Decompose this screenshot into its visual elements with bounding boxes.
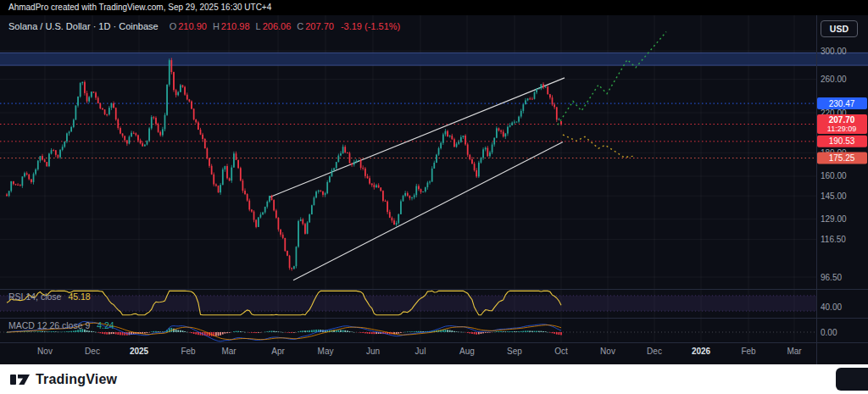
svg-text:Nov: Nov bbox=[600, 347, 615, 356]
svg-text:2025: 2025 bbox=[130, 347, 149, 356]
chart-area[interactable]: 300.00260.00220.00180.00160.00145.00129.… bbox=[0, 15, 868, 364]
svg-text:Mar: Mar bbox=[787, 347, 802, 356]
change-value: -3.19 (-1.51%) bbox=[341, 21, 400, 31]
svg-text:Sep: Sep bbox=[507, 347, 522, 356]
svg-text:260.00: 260.00 bbox=[821, 75, 847, 84]
svg-text:40.00: 40.00 bbox=[821, 302, 842, 312]
svg-text:Feb: Feb bbox=[741, 347, 756, 356]
svg-text:Apr: Apr bbox=[271, 347, 285, 356]
ohlc-value: 210.90 bbox=[178, 21, 207, 31]
svg-text:May: May bbox=[318, 347, 334, 356]
rsi-label-text: RSI 14, close bbox=[8, 291, 61, 302]
tradingview-logo-icon bbox=[10, 371, 31, 388]
svg-text:207.70: 207.70 bbox=[829, 115, 855, 125]
rsi-indicator-label[interactable]: RSI 14, close 45.18 bbox=[8, 291, 91, 302]
svg-text:190.53: 190.53 bbox=[829, 136, 855, 146]
svg-text:Mar: Mar bbox=[221, 347, 236, 356]
currency-toggle-button[interactable]: USD bbox=[821, 20, 858, 37]
brand-text: TradingView bbox=[36, 372, 117, 387]
svg-text:230.47: 230.47 bbox=[829, 99, 855, 108]
ohlc-label: C bbox=[297, 21, 303, 31]
svg-text:116.50: 116.50 bbox=[821, 235, 846, 244]
ohlc-values: O210.90H210.98L206.06C207.70-3.19 (-1.51… bbox=[164, 21, 401, 31]
svg-text:160.00: 160.00 bbox=[821, 171, 847, 180]
resistance-zone bbox=[0, 53, 868, 65]
symbol-title[interactable]: Solana / U.S. Dollar · 1D · Coinbase bbox=[8, 21, 159, 31]
ohlc-label: L bbox=[256, 21, 261, 31]
macd-label-text: MACD 12 26 close 9 bbox=[8, 320, 90, 330]
macd-value: 4.24 bbox=[97, 320, 114, 330]
tradingview-snapshot: AhmadPro created with TradingView.com, S… bbox=[0, 0, 868, 394]
ohlc-label: H bbox=[213, 21, 220, 31]
svg-text:Feb: Feb bbox=[181, 347, 196, 356]
svg-text:129.00: 129.00 bbox=[821, 214, 847, 224]
ohlc-label: O bbox=[170, 21, 177, 31]
macd-indicator-label[interactable]: MACD 12 26 close 9 4.24 bbox=[8, 320, 114, 330]
svg-text:11:29:09: 11:29:09 bbox=[827, 125, 856, 133]
ohlc-value: 210.98 bbox=[221, 21, 250, 31]
rsi-value: 45.18 bbox=[68, 291, 90, 302]
footer-dark-corner[interactable] bbox=[836, 368, 868, 391]
svg-text:Dec: Dec bbox=[647, 347, 662, 356]
svg-text:Aug: Aug bbox=[459, 347, 475, 356]
svg-text:Nov: Nov bbox=[37, 347, 53, 356]
svg-text:2026: 2026 bbox=[692, 347, 711, 356]
ohlc-value: 207.70 bbox=[305, 21, 334, 31]
tradingview-logo[interactable]: TradingView bbox=[10, 371, 117, 388]
svg-text:175.25: 175.25 bbox=[829, 153, 855, 163]
svg-text:96.50: 96.50 bbox=[821, 273, 842, 282]
chart-background bbox=[0, 15, 868, 364]
chart-canvas[interactable]: 300.00260.00220.00180.00160.00145.00129.… bbox=[0, 15, 868, 364]
svg-text:Jul: Jul bbox=[415, 347, 426, 356]
svg-text:Dec: Dec bbox=[85, 347, 100, 356]
symbol-info-row[interactable]: Solana / U.S. Dollar · 1D · Coinbase O21… bbox=[8, 21, 400, 31]
svg-text:145.00: 145.00 bbox=[821, 191, 847, 201]
footer-bar: TradingView bbox=[0, 364, 868, 394]
svg-text:Oct: Oct bbox=[554, 347, 568, 356]
svg-text:Jun: Jun bbox=[366, 347, 380, 356]
ohlc-value: 206.06 bbox=[263, 21, 292, 31]
svg-text:0.00: 0.00 bbox=[821, 328, 837, 337]
attribution-bar: AhmadPro created with TradingView.com, S… bbox=[0, 0, 868, 15]
svg-text:300.00: 300.00 bbox=[821, 47, 847, 56]
attribution-text: AhmadPro created with TradingView.com, S… bbox=[8, 3, 271, 12]
